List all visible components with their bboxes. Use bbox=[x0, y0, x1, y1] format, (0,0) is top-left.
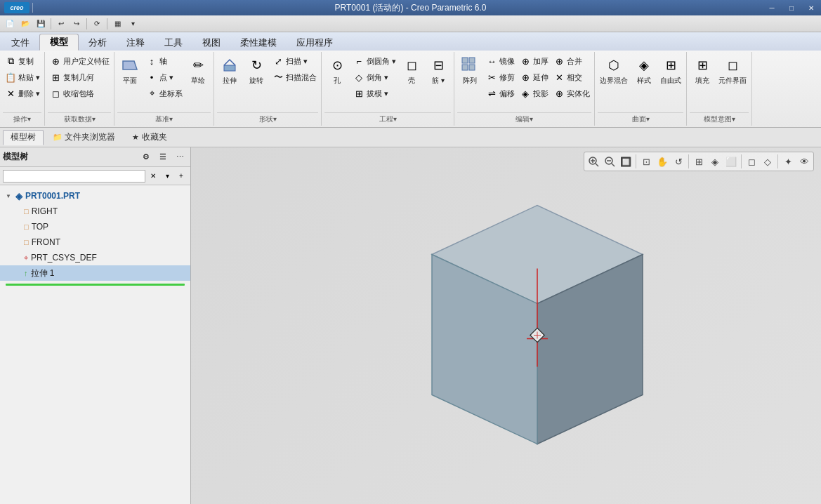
tree-item-label-root: PRT0001.PRT bbox=[25, 191, 80, 201]
hole-button[interactable]: ⊙ 孔 bbox=[324, 53, 350, 87]
view-button[interactable]: ▦ bbox=[110, 18, 124, 30]
tree-more-button[interactable]: ⋯ bbox=[172, 150, 188, 164]
getdata-col: ⊕ 用户定义特征 ⊞ 复制几何 ◻ 收缩包络 bbox=[48, 53, 111, 101]
tab-model-tree[interactable]: 模型树 bbox=[3, 130, 44, 145]
draft-button[interactable]: ⊞ 拔模 ▾ bbox=[351, 86, 398, 101]
svg-rect-3 bbox=[469, 58, 475, 63]
tree-item-root[interactable]: ▼ ◈ PRT0001.PRT bbox=[0, 188, 190, 204]
undo-button[interactable]: ↩ bbox=[54, 18, 68, 30]
tree-item-top[interactable]: □ TOP bbox=[0, 219, 190, 234]
tree-item-right[interactable]: □ RIGHT bbox=[0, 204, 190, 219]
section-button[interactable]: ✦ bbox=[780, 154, 796, 169]
pan-button[interactable]: ✋ bbox=[655, 154, 670, 169]
plane-icon-front: □ bbox=[24, 238, 29, 246]
plane-button[interactable]: 平面 bbox=[117, 53, 143, 87]
trim-button[interactable]: ✂ 修剪 bbox=[484, 69, 516, 85]
delete-button[interactable]: ✕ 删除 ▾ bbox=[3, 86, 41, 101]
fill-button[interactable]: ⊞ 填充 bbox=[690, 53, 715, 87]
extrude-button[interactable]: 拉伸 bbox=[217, 53, 242, 87]
tab-model[interactable]: 模型 bbox=[39, 34, 79, 51]
open-button[interactable]: 📂 bbox=[18, 18, 32, 30]
zoom-box-button[interactable]: 🔲 bbox=[618, 154, 633, 169]
tree-item-front[interactable]: □ FRONT bbox=[0, 234, 190, 250]
component-interface-button[interactable]: ◻ 元件界面 bbox=[716, 53, 749, 87]
sketch-button[interactable]: ✏ 草绘 bbox=[185, 53, 211, 87]
round-button[interactable]: ⌐ 倒圆角 ▾ bbox=[351, 53, 398, 69]
freestyle-button[interactable]: ⊞ 自由式 bbox=[658, 53, 683, 87]
sweep-button[interactable]: ⤢ 扫描 ▾ bbox=[270, 53, 318, 69]
shrinkwrap-button[interactable]: ◻ 收缩包络 bbox=[48, 86, 111, 101]
tab-apps[interactable]: 应用程序 bbox=[287, 35, 343, 51]
point-button[interactable]: • 点 ▾ bbox=[144, 69, 184, 85]
tab-file[interactable]: 文件 bbox=[1, 35, 39, 51]
chamfer-button[interactable]: ◇ 倒角 ▾ bbox=[351, 69, 398, 85]
tab-view[interactable]: 视图 bbox=[192, 35, 230, 51]
creo-logo-icon: creo bbox=[4, 2, 29, 13]
merge-button[interactable]: ⊕ 合并 bbox=[551, 53, 591, 69]
mirror-button[interactable]: ↔ 镜像 bbox=[484, 53, 516, 69]
save-button[interactable]: 💾 bbox=[34, 18, 48, 30]
sweep-blend-button[interactable]: 〜 扫描混合 bbox=[270, 69, 318, 85]
copy-geom-button[interactable]: ⊞ 复制几何 bbox=[48, 69, 111, 85]
tab-analysis[interactable]: 分析 bbox=[79, 35, 117, 51]
edit-col2: ⊕ 加厚 ⊕ 延伸 ◈ 投影 bbox=[518, 53, 550, 101]
named-view-button[interactable]: ⊞ bbox=[691, 154, 707, 169]
tree-settings-button[interactable]: ⚙ bbox=[138, 150, 154, 164]
tree-item-label-front: FRONT bbox=[32, 237, 60, 247]
shell-button[interactable]: ◻ 壳 bbox=[399, 53, 424, 87]
redo-button[interactable]: ↪ bbox=[70, 18, 84, 30]
wireframe-button[interactable]: ◇ bbox=[760, 154, 775, 169]
tree-columns-button[interactable]: ☰ bbox=[155, 150, 171, 164]
viewport[interactable]: 🔲 ⊡ ✋ ↺ ⊞ ◈ ⬜ ◻ ◇ ✦ 👁 bbox=[191, 147, 821, 504]
tree-item-extrude1[interactable]: ↑ 拉伸 1 bbox=[0, 265, 190, 281]
solidify-button[interactable]: ⊕ 实体化 bbox=[551, 86, 591, 101]
new-button[interactable]: 📄 bbox=[3, 18, 17, 30]
search-dropdown-button[interactable]: ▾ bbox=[161, 170, 173, 183]
axis-button[interactable]: ↕ 轴 bbox=[144, 53, 184, 69]
more-button[interactable]: ▾ bbox=[126, 18, 140, 30]
rotate-button[interactable]: ↺ bbox=[671, 154, 686, 169]
user-feature-button[interactable]: ⊕ 用户定义特征 bbox=[48, 53, 111, 69]
tab-favorites[interactable]: ★ 收藏夹 bbox=[124, 130, 174, 145]
zoom-out-button[interactable] bbox=[602, 154, 617, 169]
zoom-in-button[interactable] bbox=[586, 154, 601, 169]
regenerate-button[interactable]: ⟳ bbox=[90, 18, 104, 30]
project-button[interactable]: ◈ 投影 bbox=[518, 86, 550, 101]
search-clear-button[interactable]: ✕ bbox=[147, 170, 159, 183]
tab-tools[interactable]: 工具 bbox=[155, 35, 192, 51]
shade-button[interactable]: ◻ bbox=[744, 154, 759, 169]
search-input[interactable] bbox=[3, 170, 145, 183]
ribbon-tabs: 文件 模型 分析 注释 工具 视图 柔性建模 应用程序 bbox=[0, 32, 821, 51]
minimize-button[interactable]: ─ bbox=[762, 0, 782, 15]
csys-button[interactable]: ⌖ 坐标系 bbox=[144, 86, 184, 101]
vt-sep4 bbox=[777, 154, 778, 168]
svg-rect-1 bbox=[224, 65, 235, 71]
copy-button[interactable]: ⧉ 复制 bbox=[3, 53, 41, 69]
maximize-button[interactable]: □ bbox=[782, 0, 801, 15]
pattern-button[interactable]: 阵列 bbox=[457, 53, 482, 87]
thicken-button[interactable]: ⊕ 加厚 bbox=[518, 53, 550, 69]
perspective-button[interactable]: ⬜ bbox=[723, 154, 739, 169]
tab-flexible[interactable]: 柔性建模 bbox=[230, 35, 287, 51]
tree-item-csys[interactable]: ⌖ PRT_CSYS_DEF bbox=[0, 250, 190, 265]
paste-button[interactable]: 📋 粘贴 ▾ bbox=[3, 69, 41, 85]
revolve-button[interactable]: ↻ 旋转 bbox=[244, 53, 269, 87]
visibility-button[interactable]: 👁 bbox=[796, 154, 812, 169]
style-button[interactable]: ◈ 样式 bbox=[631, 53, 657, 87]
expand-icon: ▼ bbox=[6, 193, 13, 199]
intersect-button[interactable]: ✕ 相交 bbox=[551, 69, 591, 85]
tab-annotation[interactable]: 注释 bbox=[117, 35, 155, 51]
datum-label: 基准▾ bbox=[117, 112, 211, 124]
copy-geom-icon: ⊞ bbox=[49, 71, 62, 84]
display-button[interactable]: ◈ bbox=[707, 154, 723, 169]
offset-button[interactable]: ⇌ 偏移 bbox=[484, 86, 516, 101]
ribbon-group-edit: 阵列 ↔ 镜像 ✂ 修剪 ⇌ 偏移 ⊕ 加厚 bbox=[454, 52, 595, 126]
boundary-blend-button[interactable]: ⬡ 边界混合 bbox=[598, 53, 630, 87]
search-add-button[interactable]: + bbox=[175, 170, 188, 183]
rib-button[interactable]: ⊟ 筋 ▾ bbox=[426, 53, 451, 87]
extend-button[interactable]: ⊕ 延伸 bbox=[518, 69, 550, 85]
tab-folder-browser[interactable]: 📁 文件夹浏览器 bbox=[45, 130, 123, 145]
engineering-label: 工程▾ bbox=[324, 112, 451, 124]
refit-button[interactable]: ⊡ bbox=[638, 154, 654, 169]
close-button[interactable]: ✕ bbox=[801, 0, 821, 15]
